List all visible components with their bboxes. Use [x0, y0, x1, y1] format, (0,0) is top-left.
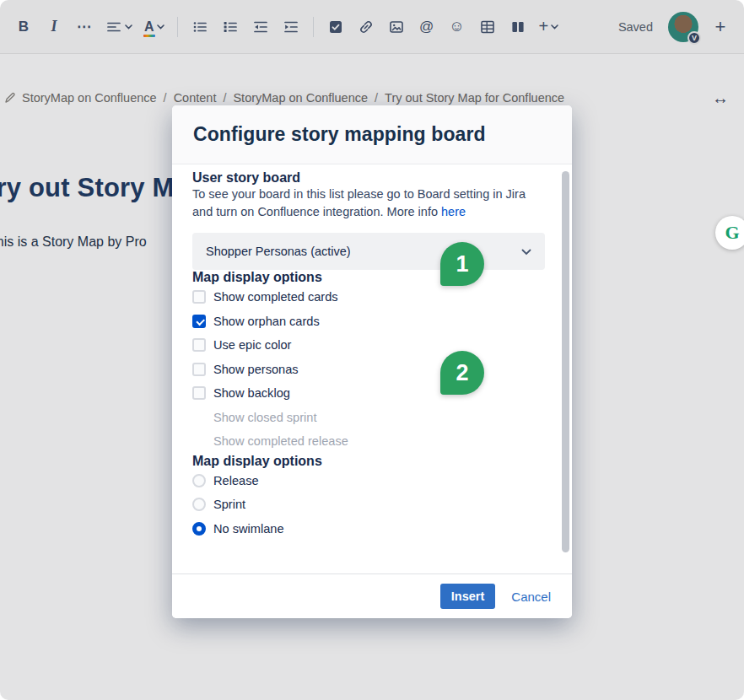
checkbox-checked[interactable] [192, 315, 206, 328]
display-options-heading: Map display options [192, 270, 545, 285]
radio-row-no-swimlane[interactable]: No swimlane [192, 517, 545, 541]
board-select-value: Shopper Personas (active) [206, 245, 351, 258]
radio-label: No swimlane [213, 522, 284, 536]
checkbox-label: Show completed cards [213, 290, 338, 304]
insert-button[interactable]: Insert [440, 584, 496, 609]
checkbox-row-completed-cards[interactable]: Show completed cards [192, 285, 545, 310]
chevron-down-icon [521, 245, 531, 258]
checkbox-label: Use epic color [213, 338, 291, 352]
radio-row-release[interactable]: Release [192, 469, 545, 493]
modal-body: User story board To see your board in th… [172, 165, 572, 573]
checkbox[interactable] [192, 290, 206, 304]
app-window: B I ⋯ A @ ☺ + Saved V [0, 0, 744, 700]
radio-label: Sprint [213, 498, 245, 511]
checkbox-label: Show backlog [213, 386, 290, 400]
modal-footer: Insert Cancel [172, 573, 572, 618]
swimlane-options-heading: Map display options [192, 454, 545, 469]
board-description: To see your board in this list please go… [192, 186, 545, 221]
grammarly-icon[interactable]: G [715, 216, 744, 250]
radio-button[interactable] [192, 498, 206, 511]
modal-title: Configure story mapping board [193, 123, 486, 146]
board-description-text: To see your board in this list please go… [192, 187, 526, 218]
disabled-option-label: Show completed release [213, 434, 348, 448]
step-badge-1: 1 [440, 242, 484, 286]
checkbox-row-backlog[interactable]: Show backlog [192, 381, 545, 406]
radio-button[interactable] [192, 474, 206, 487]
checkbox-row-personas[interactable]: Show personas [192, 358, 545, 382]
modal-scrollbar[interactable] [561, 170, 569, 568]
disabled-option-label: Show closed sprint [213, 411, 317, 424]
checkbox[interactable] [192, 386, 206, 400]
step-badge-2: 2 [440, 351, 484, 395]
checkbox[interactable] [192, 338, 206, 352]
board-select[interactable]: Shopper Personas (active) [192, 233, 545, 270]
more-info-link[interactable]: here [441, 205, 466, 218]
checkbox-row-orphan-cards[interactable]: Show orphan cards [192, 310, 545, 334]
user-story-board-heading: User story board [192, 170, 545, 186]
scrollbar-thumb[interactable] [562, 171, 569, 552]
option-completed-release-disabled: Show completed release [192, 429, 545, 454]
checkbox-label: Show personas [213, 363, 299, 376]
checkbox-label: Show orphan cards [213, 315, 320, 328]
cancel-button[interactable]: Cancel [511, 590, 551, 604]
option-closed-sprint-disabled: Show closed sprint [192, 406, 545, 430]
radio-button-selected[interactable] [192, 522, 206, 536]
radio-row-sprint[interactable]: Sprint [192, 493, 545, 517]
configure-board-modal: Configure story mapping board User story… [172, 105, 572, 618]
radio-label: Release [213, 474, 259, 487]
modal-header: Configure story mapping board [172, 105, 572, 164]
checkbox[interactable] [192, 363, 206, 376]
checkbox-row-epic-color[interactable]: Use epic color [192, 333, 545, 358]
